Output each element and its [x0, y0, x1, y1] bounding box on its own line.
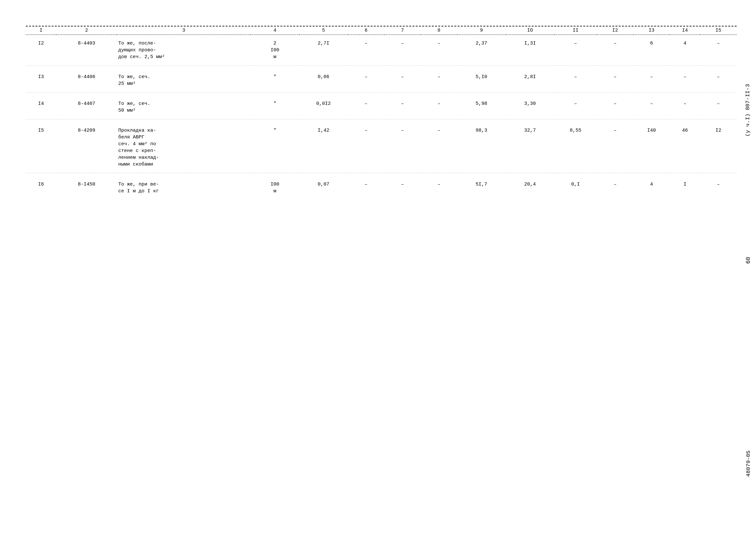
cell-col14: –: [670, 95, 700, 119]
cell-col15: –: [700, 69, 737, 93]
cell-col9: 5I,7: [457, 176, 506, 200]
cell-col7: –: [384, 122, 421, 173]
cell-col11: –: [555, 35, 597, 66]
cell-col4: ": [251, 95, 299, 119]
cell-col1: I3: [26, 69, 56, 93]
main-table: I 2 3 4 5 6 7 8 9 IO II I2 I3 I4 I5: [26, 26, 737, 200]
cell-col3: Прокладка ка-беля АВРГсеч. 4 мм² постене…: [117, 122, 251, 173]
col-header-4: 4: [251, 26, 299, 35]
cell-col7: –: [384, 35, 421, 66]
col-header-10: IO: [506, 26, 554, 35]
cell-col10: I,3I: [506, 35, 554, 66]
cell-col12: –: [597, 35, 633, 66]
cell-col7: –: [384, 95, 421, 119]
cell-col10: 2,8I: [506, 69, 554, 93]
cell-col3: То же, при ве-се I м до I кг: [117, 176, 251, 200]
row-spacer: [26, 93, 737, 96]
cell-col5: 2,7I: [299, 35, 348, 66]
cell-col13: –: [633, 69, 670, 93]
cell-col6: –: [348, 69, 384, 93]
cell-col4: 2I00м: [251, 35, 299, 66]
table-row: I28-4403То же, после-дующих прово-дов се…: [26, 35, 737, 66]
table-row: I38-4406То же, сеч.25 мм²"0,06–––5,I02,8…: [26, 69, 737, 93]
cell-col13: –: [633, 95, 670, 119]
page-number: 60: [745, 257, 751, 264]
cell-col3: То же, сеч.25 мм²: [117, 69, 251, 93]
cell-col4: ": [251, 122, 299, 173]
col-header-6: 6: [348, 26, 384, 35]
cell-col7: –: [384, 69, 421, 93]
row-spacer: [26, 173, 737, 176]
side-label-top: (у ч.I) 807-II-3: [744, 84, 751, 136]
cell-col13: 4: [633, 176, 670, 200]
cell-col9: 5,I0: [457, 69, 506, 93]
cell-col1: I4: [26, 95, 56, 119]
cell-col10: 3,30: [506, 95, 554, 119]
cell-col5: 0,06: [299, 69, 348, 93]
col-header-11: II: [555, 26, 597, 35]
table-row: I68-I450То же, при ве-се I м до I кгI00м…: [26, 176, 737, 200]
cell-col9: 2,37: [457, 35, 506, 66]
cell-col5: I,42: [299, 122, 348, 173]
cell-col8: –: [421, 69, 457, 93]
col-header-9: 9: [457, 26, 506, 35]
cell-col2: 8-4407: [56, 95, 117, 119]
table-row: I48-4407То же, сеч.50 мм²"0,0I2–––5,983,…: [26, 95, 737, 119]
cell-col6: –: [348, 122, 384, 173]
cell-col2: 8-4406: [56, 69, 117, 93]
col-header-3: 3: [117, 26, 251, 35]
cell-col1: I2: [26, 35, 56, 66]
cell-col1: I6: [26, 176, 56, 200]
cell-col10: 20,4: [506, 176, 554, 200]
col-header-5: 5: [299, 26, 348, 35]
cell-col6: –: [348, 176, 384, 200]
cell-col14: 46: [670, 122, 700, 173]
cell-col12: –: [597, 69, 633, 93]
cell-col8: –: [421, 35, 457, 66]
cell-col4: ": [251, 69, 299, 93]
cell-col14: 4: [670, 35, 700, 66]
cell-col13: 6: [633, 35, 670, 66]
col-header-8: 8: [421, 26, 457, 35]
cell-col15: I2: [700, 122, 737, 173]
cell-col2: 8-I450: [56, 176, 117, 200]
cell-col5: 0,07: [299, 176, 348, 200]
col-header-2: 2: [56, 26, 117, 35]
cell-col6: –: [348, 95, 384, 119]
col-header-13: I3: [633, 26, 670, 35]
cell-col1: I5: [26, 122, 56, 173]
col-header-14: I4: [670, 26, 700, 35]
cell-col11: 8,55: [555, 122, 597, 173]
cell-col8: –: [421, 95, 457, 119]
cell-col11: –: [555, 69, 597, 93]
cell-col4: I00м: [251, 176, 299, 200]
cell-col7: –: [384, 176, 421, 200]
cell-col11: –: [555, 95, 597, 119]
cell-col12: –: [597, 95, 633, 119]
cell-col11: 0,I: [555, 176, 597, 200]
cell-col14: –: [670, 69, 700, 93]
cell-col13: I40: [633, 122, 670, 173]
cell-col9: 98,3: [457, 122, 506, 173]
cell-col8: –: [421, 176, 457, 200]
cell-col8: –: [421, 122, 457, 173]
cell-col12: –: [597, 176, 633, 200]
side-label-bottom: 48079-05: [745, 450, 751, 477]
row-spacer: [26, 66, 737, 69]
col-header-12: I2: [597, 26, 633, 35]
cell-col2: 8-4209: [56, 122, 117, 173]
cell-col9: 5,98: [457, 95, 506, 119]
cell-col3: То же, сеч.50 мм²: [117, 95, 251, 119]
cell-col2: 8-4403: [56, 35, 117, 66]
col-header-1: I: [26, 26, 56, 35]
cell-col15: –: [700, 35, 737, 66]
table-wrapper: I 2 3 4 5 6 7 8 9 IO II I2 I3 I4 I5: [26, 26, 737, 200]
col-header-7: 7: [384, 26, 421, 35]
cell-col14: I: [670, 176, 700, 200]
cell-col15: –: [700, 176, 737, 200]
cell-col5: 0,0I2: [299, 95, 348, 119]
header-row: I 2 3 4 5 6 7 8 9 IO II I2 I3 I4 I5: [26, 26, 737, 35]
cell-col15: –: [700, 95, 737, 119]
cell-col6: –: [348, 35, 384, 66]
cell-col12: –: [597, 122, 633, 173]
